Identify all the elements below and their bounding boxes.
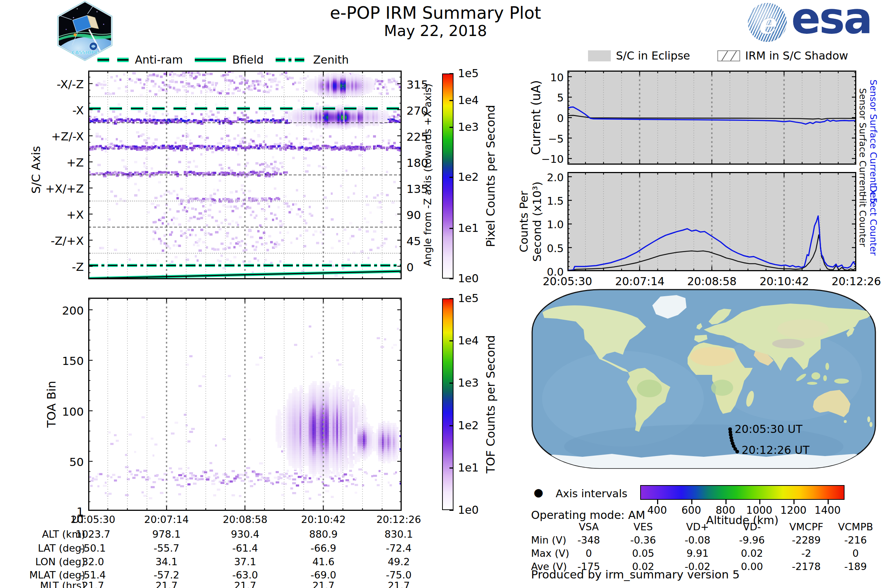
angle-tick-label: 90 [406, 208, 421, 222]
ephemeris-cell: 41.6 [312, 557, 334, 567]
pixel-colorbar-tick: 1e4 [458, 95, 479, 106]
operating-mode: Operating mode: AM [531, 508, 645, 522]
page-title: e-POP IRM Summary Plot [330, 3, 542, 23]
voltage-col-header: VCMPB [838, 522, 873, 532]
ephemeris-cell: -69.0 [310, 570, 336, 580]
ephemeris-cell: -75.0 [386, 570, 412, 580]
legend-antiram-label: Anti-ram [135, 53, 183, 66]
ephemeris-cell: 21.7 [388, 580, 410, 588]
counts-ytick: 2.0 [547, 171, 564, 184]
altitude-tick-label: 1400 [814, 504, 840, 516]
esa-logo: e esa [748, 3, 880, 44]
ephemeris-cell: 20:07:14 [144, 514, 189, 524]
altitude-tickmark [759, 500, 760, 504]
ephemeris-cell: 21.7 [156, 580, 177, 588]
tof-colorbar-tickmark [450, 425, 453, 426]
pitch-row-label: +X/+Z [45, 182, 84, 195]
altitude-tickmark [726, 500, 726, 504]
ephemeris-cell: 49.2 [388, 557, 410, 567]
voltage-cell: 0 [852, 548, 858, 558]
altitude-tick-label: 400 [647, 504, 667, 516]
tof-colorbar-tick: 1e2 [458, 420, 479, 431]
voltage-cell: -189 [844, 561, 867, 572]
track-start-label: 20:05:30 UT [735, 423, 802, 435]
angle-tick-label: 45 [406, 234, 421, 248]
tof-colorbar-tick: 1e1 [458, 462, 479, 473]
ephemeris-cell: -51.4 [80, 570, 106, 580]
pixel-colorbar-tickmark [450, 278, 453, 279]
current-blue-label: Sensor Surface Current x 5 [868, 80, 879, 203]
counts-blue-label: Detect Counter [868, 185, 879, 255]
ephemeris-row-label: LON (deg) [35, 557, 85, 567]
tof-colorbar-tickmark [450, 382, 453, 384]
pixel-colorbar-tick: 1e2 [458, 172, 479, 183]
counts-ylabel: Counts PerSecond (x10³) [518, 182, 543, 262]
eclipse-swatch-icon [588, 50, 611, 62]
counts-ytick: 1.5 [547, 195, 564, 207]
current-ytick: 10 [550, 71, 564, 84]
ephemeris-cell: -57.2 [154, 570, 179, 580]
eclipse-legend: S/C in Eclipse IRM in S/C Shadow [588, 49, 848, 62]
toa-tick-label: 100 [62, 405, 84, 418]
voltage-cell: 0.00 [741, 561, 763, 572]
voltage-cell: -348 [578, 535, 600, 545]
voltage-cell: 0 [585, 548, 592, 558]
pitch-row-label: -Z [72, 260, 84, 273]
altitude-tick-label: 1000 [746, 504, 772, 516]
esa-wordmark: esa [791, 0, 872, 44]
tof-colorbar-tick: 1e4 [458, 335, 479, 346]
shadow-label: IRM in S/C Shadow [745, 49, 848, 62]
ephemeris-cell: 32.0 [82, 557, 104, 567]
altitude-tickmark [657, 500, 658, 504]
ephemeris-cell: -61.4 [232, 543, 258, 553]
current-black-label: Sensor Surface Current [857, 88, 868, 195]
ephemeris-cell: -50.1 [80, 543, 106, 553]
map-sahara [690, 347, 736, 366]
ephemeris-cell: -72.4 [386, 543, 412, 553]
voltage-cell: -2178 [792, 561, 820, 572]
tof-colorbar [442, 298, 453, 510]
legend-zenith-label: Zenith [313, 53, 349, 66]
ephemeris-cell: 21.7 [234, 580, 256, 588]
voltage-col-header: VD+ [686, 522, 709, 532]
pitch-row-label: +Z/-X [51, 130, 84, 143]
current-ytick: −10 [542, 153, 564, 165]
angle-axis-label: Angle from -Z axis (towards +X axis) [422, 83, 433, 266]
voltage-cell: -216 [844, 535, 867, 545]
tof-colorbar-tick: 1e5 [458, 293, 479, 304]
tof-colorbar-tick: 1e3 [458, 377, 479, 388]
current-ytick: 5 [557, 92, 564, 104]
axis-intervals-label: Axis intervals [556, 487, 627, 500]
pitch-row-label: -Z/+X [51, 234, 84, 248]
voltage-cell: 0.02 [741, 548, 763, 558]
page-date: May 22, 2018 [384, 22, 487, 40]
pixel-colorbar-tickmark [450, 127, 453, 128]
current-ylabel: Current (uA) [529, 80, 543, 155]
ephemeris-row-label: MLAT (deg) [29, 570, 85, 580]
shadow-swatch-icon [717, 50, 740, 62]
toa-tick-label: 200 [62, 304, 84, 317]
ephemeris-cell: 37.1 [234, 557, 256, 567]
voltage-col-header: VD- [743, 522, 761, 532]
counts-black-label: Hit Counter [857, 194, 868, 247]
pixel-colorbar-tickmark [450, 177, 453, 178]
pitch-row-label: -X [72, 104, 84, 117]
toa-spectrogram [88, 298, 402, 511]
tof-colorbar-tickmark [450, 298, 453, 299]
footer-text: Produced by irm_summary version 5 [531, 568, 740, 581]
pitch-row-label: -X/-Z [57, 78, 84, 91]
sc-axis-spectrogram [88, 70, 402, 279]
pixel-colorbar [442, 74, 453, 279]
timeseries-x-label: 20:12:26 [832, 275, 881, 288]
current-plot [567, 70, 856, 165]
current-ytick: −5 [548, 133, 564, 145]
pixel-colorbar-tickmark [450, 73, 453, 74]
world-map: 20:05:30 UT 20:12:26 UT [531, 288, 876, 469]
tof-colorbar-tick: 1e0 [458, 505, 479, 516]
ephemeris-cell: 978.1 [152, 529, 180, 539]
toa-ylabel: TOA Bin [45, 381, 58, 428]
eclipse-label: S/C in Eclipse [616, 49, 690, 62]
ephemeris-cell: 880.9 [309, 529, 338, 539]
ephemeris-row-label: MLT (hrs) [40, 580, 85, 588]
pixel-colorbar-tick: 1e5 [458, 68, 479, 79]
